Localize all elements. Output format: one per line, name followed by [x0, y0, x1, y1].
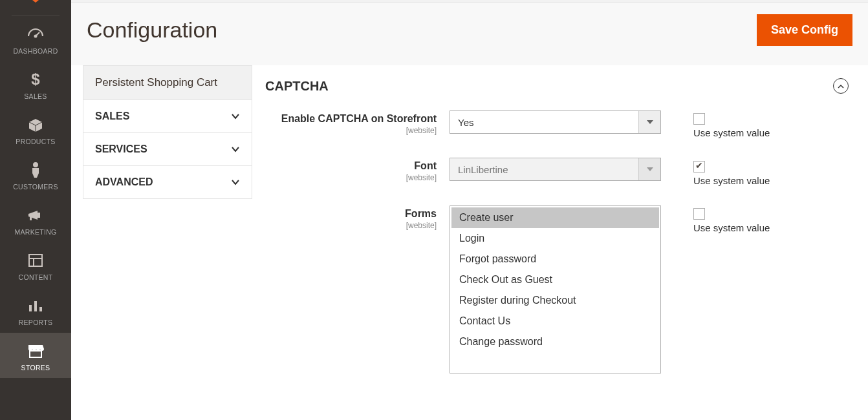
nav-content[interactable]: CONTENT: [0, 242, 71, 288]
svg-rect-8: [38, 213, 40, 218]
chevron-down-icon: [231, 110, 240, 122]
page-title: Configuration: [87, 17, 217, 43]
chevron-down-icon: [638, 158, 660, 180]
tree-group-label: SERVICES: [95, 143, 147, 155]
nav-label: MARKETING: [14, 228, 56, 236]
tree-group-services[interactable]: SERVICES: [83, 132, 252, 166]
tree-group-advanced[interactable]: ADVANCED: [83, 165, 252, 199]
forms-option-checkout-guest[interactable]: Check Out as Guest: [451, 269, 659, 290]
field-enable-captcha: Enable CAPTCHA on Storefront [website] Y…: [265, 110, 849, 138]
svg-rect-15: [39, 307, 42, 311]
chevron-down-icon: [231, 143, 240, 155]
field-forms: Forms [website] Create user Login Forgot…: [265, 205, 849, 373]
config-tree: Persistent Shopping Cart SALES SERVICES …: [83, 65, 252, 420]
page-header: Configuration Save Config: [71, 3, 868, 65]
save-config-button[interactable]: Save Config: [757, 14, 852, 46]
use-system-label: Use system value: [693, 222, 770, 233]
layout-icon: [26, 251, 45, 269]
field-font: Font [website] LinLibertine Use system v…: [265, 158, 849, 185]
section-header[interactable]: CAPTCHA: [265, 72, 849, 110]
tree-group-sales[interactable]: SALES: [83, 100, 252, 133]
forms-option-contact-us[interactable]: Contact Us: [451, 311, 659, 331]
nav-label: STORES: [21, 364, 50, 372]
svg-text:$: $: [31, 71, 40, 88]
use-system-checkbox-forms[interactable]: [693, 208, 705, 220]
logo-corner: [0, 0, 71, 6]
forms-multiselect[interactable]: Create user Login Forgot password Check …: [450, 205, 661, 373]
svg-marker-18: [647, 167, 653, 171]
person-icon: [26, 161, 45, 179]
dollar-icon: $: [26, 70, 45, 89]
forms-option-login[interactable]: Login: [451, 228, 659, 249]
svg-rect-16: [30, 351, 41, 357]
forms-option-forgot-password[interactable]: Forgot password: [451, 249, 659, 269]
svg-marker-17: [647, 120, 653, 124]
field-scope: [website]: [265, 173, 437, 182]
forms-option-change-password[interactable]: Change password: [451, 331, 659, 352]
nav-label: REPORTS: [19, 319, 53, 326]
tree-group-label: SALES: [95, 110, 129, 122]
store-icon: [26, 342, 45, 360]
nav-reports[interactable]: REPORTS: [0, 288, 71, 333]
collapse-toggle[interactable]: [833, 78, 849, 94]
forms-option-register-checkout[interactable]: Register during Checkout: [451, 290, 659, 311]
nav-sales[interactable]: $ SALES: [0, 61, 71, 107]
nav-label: PRODUCTS: [16, 138, 55, 145]
font-select: LinLibertine: [450, 158, 661, 181]
nav-stores[interactable]: STORES: [0, 333, 71, 378]
chevron-down-icon: [231, 176, 240, 188]
field-label: Font: [414, 160, 437, 171]
nav-marketing[interactable]: MARKETING: [0, 197, 71, 242]
field-label: Forms: [405, 208, 437, 219]
tree-group-label: ADVANCED: [95, 176, 153, 188]
admin-sidebar: DASHBOARD $ SALES PRODUCTS CUSTOMERS MAR…: [0, 0, 71, 420]
section-title: CAPTCHA: [265, 79, 329, 94]
svg-point-6: [33, 162, 38, 167]
use-system-label: Use system value: [693, 175, 770, 186]
use-system-checkbox-enable[interactable]: [693, 113, 705, 125]
tree-subitem-persistent-cart[interactable]: Persistent Shopping Cart: [83, 65, 252, 100]
svg-rect-13: [29, 305, 32, 311]
box-icon: [26, 116, 45, 134]
nav-label: CUSTOMERS: [13, 183, 58, 191]
field-scope: [website]: [265, 126, 437, 135]
nav-dashboard[interactable]: DASHBOARD: [0, 16, 71, 61]
forms-option-create-user[interactable]: Create user: [451, 207, 659, 228]
field-scope: [website]: [265, 221, 437, 230]
nav-label: SALES: [24, 92, 47, 100]
nav-label: CONTENT: [19, 273, 53, 281]
bar-chart-icon: [26, 297, 45, 315]
megaphone-icon: [26, 206, 45, 224]
field-label: Enable CAPTCHA on Storefront: [281, 113, 437, 124]
main-area: Configuration Save Config Persistent Sho…: [71, 0, 868, 420]
nav-products[interactable]: PRODUCTS: [0, 107, 71, 152]
config-panel: CAPTCHA Enable CAPTCHA on Storefront [we…: [265, 65, 868, 420]
enable-captcha-select[interactable]: Yes: [450, 110, 661, 134]
nav-label: DASHBOARD: [13, 47, 58, 55]
select-value: LinLibertine: [450, 164, 638, 175]
use-system-checkbox-font[interactable]: [693, 161, 705, 173]
svg-rect-9: [30, 216, 32, 220]
svg-rect-14: [34, 301, 37, 311]
svg-marker-0: [29, 0, 42, 3]
use-system-label: Use system value: [693, 127, 770, 138]
svg-rect-10: [29, 255, 42, 266]
chevron-up-icon: [837, 81, 845, 91]
dashboard-icon: [26, 25, 45, 43]
chevron-down-icon: [638, 111, 660, 133]
select-value: Yes: [450, 117, 638, 128]
nav-customers[interactable]: CUSTOMERS: [0, 152, 71, 197]
svg-point-2: [35, 36, 37, 37]
